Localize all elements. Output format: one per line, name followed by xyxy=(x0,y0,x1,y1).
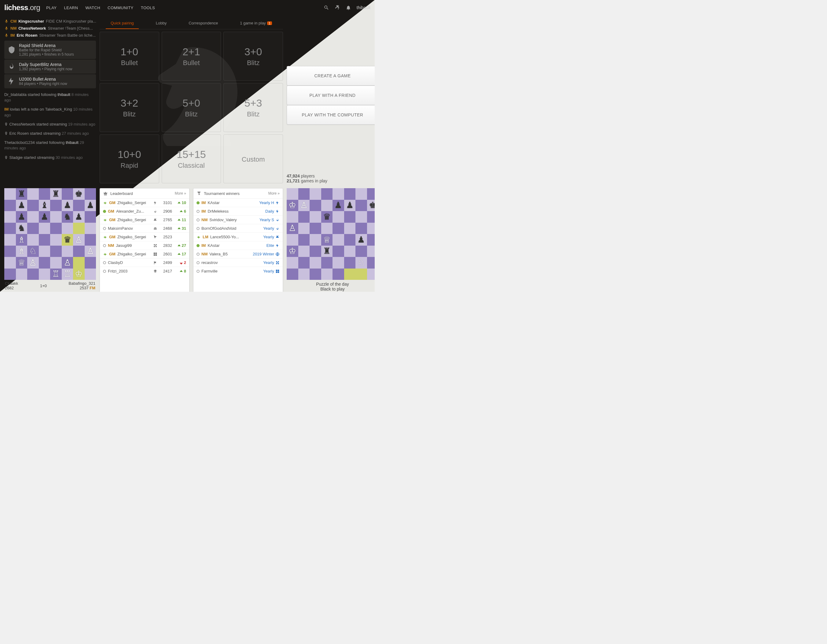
feed-item[interactable]: 🎙 Eric Rosen started streaming 27 minute… xyxy=(4,129,96,138)
pairing-cell[interactable]: Custom xyxy=(223,134,283,183)
pairing-cell[interactable]: 3+2Blitz xyxy=(100,83,159,132)
feed-item[interactable]: 🎙 ChessNetwork started streaming 19 minu… xyxy=(4,120,96,129)
winner-row[interactable]: LMLance5500-Yo...Yearly xyxy=(193,233,283,241)
stream-item[interactable]: CM Kingscrusher FIDE CM Kingscrusher pla… xyxy=(4,18,96,25)
pairing-cell[interactable]: 5+3Blitz xyxy=(223,83,283,132)
arena-item[interactable]: U2000 Bullet Arena84 players • Playing r… xyxy=(4,74,96,88)
big-button[interactable]: PLAY WITH THE COMPUTER xyxy=(287,105,374,125)
lobby-tabs: Quick pairingLobbyCorrespondence1 game i… xyxy=(100,18,283,29)
winner-row[interactable]: recastrovYearly xyxy=(193,259,283,267)
leaderboard-row[interactable]: MaksimPanov2468 31 xyxy=(100,224,189,233)
winners-more[interactable]: More » xyxy=(268,191,279,195)
winner-row[interactable]: IMDrMelekessDaily xyxy=(193,207,283,216)
pairing-cell[interactable]: 10+0Rapid xyxy=(100,134,159,183)
main-nav: PLAYLEARNWATCHCOMMUNITYTOOLS xyxy=(46,6,155,10)
leaderboard-row[interactable]: GMZhigalko_Sergei3101 10 xyxy=(100,199,189,207)
tab-inplay[interactable]: 1 game in play1 xyxy=(235,18,277,29)
leaderboard-row[interactable]: NMJasugi992832 27 xyxy=(100,241,189,250)
leaderboard-row[interactable]: ClasbyD2499 2 xyxy=(100,259,189,267)
right-sidebar: CREATE A GAMEPLAY WITH A FRIENDPLAY WITH… xyxy=(287,18,374,183)
winners-panel: Tournament winnersMore » IMKAstarYearly … xyxy=(193,188,283,292)
stream-item[interactable]: IM Eric Rosen Streamer Team Battle on li… xyxy=(4,32,96,39)
bell-off-icon[interactable] xyxy=(346,5,351,10)
pairing-cell[interactable]: 1+0Bullet xyxy=(100,32,159,81)
arena-item[interactable]: Daily SuperBlitz Arena1,392 players • Pl… xyxy=(4,59,96,73)
trophy-icon xyxy=(197,191,201,196)
feed-item[interactable]: Dr_blablabla started following thibault … xyxy=(4,90,96,105)
tab-lobby[interactable]: Lobby xyxy=(151,18,172,29)
big-button[interactable]: PLAY WITH A FRIEND xyxy=(287,86,374,105)
feed-item[interactable]: Thetacticbot1234 started following thiba… xyxy=(4,138,96,153)
leaderboard-row[interactable]: GMZhigalko_Sergei2765 11 xyxy=(100,216,189,224)
tab-correspondence[interactable]: Correspondence xyxy=(184,18,223,29)
winner-row[interactable]: NMValera_B52019 Winter xyxy=(193,250,283,259)
pairing-cell[interactable]: 3+0Blitz xyxy=(223,32,283,81)
pairing-cell[interactable]: 15+15Classical xyxy=(162,134,221,183)
nav-watch[interactable]: WATCH xyxy=(85,6,100,10)
leaderboard-row[interactable]: GMZhigalko_Sergei2601 17 xyxy=(100,250,189,259)
leaderboard-row[interactable]: GMZhigalko_Sergei2523 xyxy=(100,233,189,241)
big-button[interactable]: CREATE A GAME xyxy=(287,66,374,86)
winner-row[interactable]: IMKAstarYearly H xyxy=(193,199,283,207)
daily-puzzle[interactable]: ♔♙♟♟♚♛♙♕♟♔♜♘ Puzzle of the dayBlack to p… xyxy=(287,188,374,292)
leaderboard-row[interactable]: Fritzi_20032417 8 xyxy=(100,267,189,275)
leaderboard-panel: LeaderboardMore » GMZhigalko_Sergei3101 … xyxy=(100,188,189,292)
search-icon[interactable] xyxy=(324,5,329,10)
crown-icon xyxy=(103,191,108,196)
quick-pairing-grid: 1+0Bullet2+1Bullet3+0Blitz3+2Blitz5+0Bli… xyxy=(100,32,283,183)
nav-play[interactable]: PLAY xyxy=(46,6,56,10)
winner-row[interactable]: NMSviridov_ValeryYearly S xyxy=(193,216,283,224)
site-stats: 47,924 players 21,721 games in play xyxy=(287,173,374,183)
winner-row[interactable]: IMKAstarElite xyxy=(193,241,283,250)
left-sidebar: CM Kingscrusher FIDE CM Kingscrusher pla… xyxy=(4,18,96,183)
tab-quick-pairing[interactable]: Quick pairing xyxy=(106,18,139,29)
winner-row[interactable]: FarmvilleYearly xyxy=(193,267,283,275)
leaderboard-row[interactable]: GMAlexander_Zu...2906 6 xyxy=(100,207,189,216)
pairing-cell[interactable]: 2+1Bullet xyxy=(162,32,221,81)
winner-row[interactable]: BornOfGodAndVoidYearly xyxy=(193,224,283,233)
swords-icon[interactable] xyxy=(335,5,340,10)
stream-item[interactable]: NM ChessNetwork Streamer !Team [Chess... xyxy=(4,25,96,32)
nav-tools[interactable]: TOOLS xyxy=(141,6,155,10)
center-column: Quick pairingLobbyCorrespondence1 game i… xyxy=(100,18,283,183)
feed-item[interactable]: IM lovlas left a note on Takeback_King 1… xyxy=(4,105,96,120)
nav-learn[interactable]: LEARN xyxy=(64,6,78,10)
arena-item[interactable]: Rapid Shield ArenaBattle for the Rapid S… xyxy=(4,41,96,59)
topbar: lichess.org PLAYLEARNWATCHCOMMUNITYTOOLS… xyxy=(0,0,374,15)
tv-game[interactable]: ♜♜♚♟♝♟♟♟♟♞♟♞♗♛♙♗♘♙♕♙♙♖♖♔ Ckaakk2682 1+0 … xyxy=(4,188,96,292)
feed-item[interactable]: 🎙 Sladgie started streaming 30 minutes a… xyxy=(4,153,96,162)
pairing-cell[interactable]: 5+0Blitz xyxy=(162,83,221,132)
logo[interactable]: lichess.org xyxy=(4,3,40,12)
username[interactable]: thibault xyxy=(357,5,370,10)
nav-community[interactable]: COMMUNITY xyxy=(108,6,134,10)
leaderboard-more[interactable]: More » xyxy=(175,191,186,195)
